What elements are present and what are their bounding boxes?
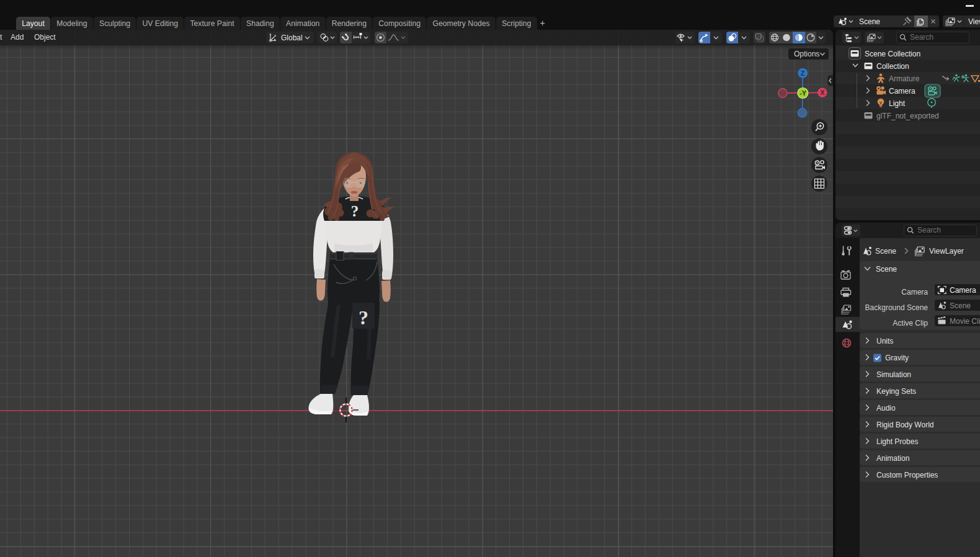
svg-text:ViewLayer: ViewLayer — [929, 247, 964, 256]
svg-text:Global: Global — [281, 33, 303, 42]
svg-text:Z: Z — [801, 69, 805, 77]
svg-text:ViewL: ViewL — [968, 17, 980, 26]
svg-text:Gravity: Gravity — [885, 354, 909, 362]
svg-text:Background Scene: Background Scene — [865, 303, 929, 312]
svg-text:?: ? — [351, 203, 359, 220]
svg-text:Armature: Armature — [889, 74, 920, 83]
svg-text:Keying Sets: Keying Sets — [876, 387, 916, 396]
svg-text:Custom Properties: Custom Properties — [876, 471, 938, 479]
svg-text:Scene: Scene — [876, 265, 897, 274]
svg-text:Audio: Audio — [876, 404, 896, 412]
svg-text:Camera: Camera — [901, 288, 928, 296]
svg-text:Search: Search — [917, 226, 941, 234]
svg-text:Collection: Collection — [876, 62, 909, 71]
svg-text:Active Clip: Active Clip — [893, 319, 928, 328]
svg-text:Scene Collection: Scene Collection — [865, 50, 920, 58]
svg-text:Animation: Animation — [876, 454, 909, 463]
svg-text:Units: Units — [876, 337, 893, 345]
svg-text:X: X — [820, 89, 825, 96]
svg-text:Camera: Camera — [889, 87, 915, 96]
svg-text:-Y: -Y — [800, 89, 807, 97]
svg-text:Search: Search — [910, 33, 933, 42]
svg-text:Scene: Scene — [859, 17, 880, 26]
svg-text:glTF_not_exported: glTF_not_exported — [876, 112, 939, 120]
svg-text:Scene: Scene — [950, 301, 971, 310]
svg-text:Simulation: Simulation — [876, 370, 911, 379]
svg-text:Scene: Scene — [875, 247, 896, 256]
svg-text:Light Probes: Light Probes — [876, 437, 918, 446]
svg-text:Rigid Body World: Rigid Body World — [876, 421, 933, 429]
svg-text:Camera: Camera — [950, 286, 976, 295]
svg-text:Light: Light — [889, 99, 906, 108]
svg-text:?: ? — [359, 306, 368, 329]
svg-text:Movie Cli: Movie Cli — [950, 317, 980, 326]
